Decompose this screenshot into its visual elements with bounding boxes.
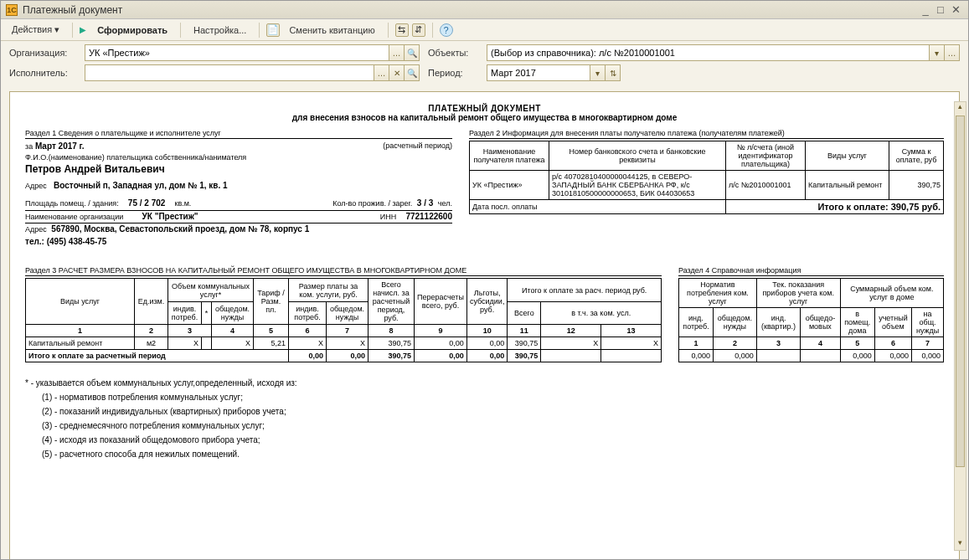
maximize-button[interactable]: □ xyxy=(933,3,948,16)
recipient-table: Наименование получателя платежа Номер ба… xyxy=(469,141,944,214)
total-to-pay: Итого к оплате: 390,75 руб. xyxy=(726,200,944,214)
play-icon: ▶ xyxy=(80,25,86,34)
toolbar: Действия ▾ ▶ Сформировать Настройка... 📄… xyxy=(1,19,968,41)
search-icon: 🔍 xyxy=(407,69,417,78)
period-input[interactable] xyxy=(487,64,590,81)
org-lookup-button[interactable]: 🔍 xyxy=(405,44,420,61)
exec-select-button[interactable]: … xyxy=(374,64,389,81)
calc-table: Виды услуг Ед.изм. Объем коммунальных ус… xyxy=(25,278,662,362)
search-icon: 🔍 xyxy=(407,49,417,58)
org-select-button[interactable]: … xyxy=(389,44,405,61)
document-preview: ПЛАТЕЖНЫЙ ДОКУМЕНТ для внесения взносов … xyxy=(9,91,960,560)
org-label: Организация: xyxy=(9,48,76,58)
exec-clear-button[interactable]: ✕ xyxy=(389,64,405,81)
section-2: Раздел 2 Информация для внесения платы п… xyxy=(469,129,944,248)
payer-address: Восточный п, Западная ул, дом № 1, кв. 1 xyxy=(54,181,227,190)
period-field: ▾ ⇅ xyxy=(487,64,621,81)
payer-fio: Петров Андрей Витальевич xyxy=(25,163,452,176)
doc-title: ПЛАТЕЖНЫЙ ДОКУМЕНТ xyxy=(25,104,944,113)
settings-button[interactable]: Настройка... xyxy=(188,23,252,38)
exec-input[interactable] xyxy=(85,64,374,81)
footnotes: * - указывается объем коммунальных услуг… xyxy=(25,376,944,461)
app-window: 1C Платежный документ _ □ ✕ Действия ▾ ▶… xyxy=(0,0,969,560)
help-icon[interactable]: ? xyxy=(440,23,453,37)
scroll-up-icon[interactable]: ▴ xyxy=(955,102,966,114)
titlebar: 1C Платежный документ _ □ ✕ xyxy=(1,1,968,19)
section-2-header: Раздел 2 Информация для внесения платы п… xyxy=(469,129,944,139)
objects-input[interactable] xyxy=(487,44,930,61)
objects-dropdown-button[interactable]: ▾ xyxy=(930,44,945,61)
section-3: Раздел 3 РАСЧЕТ РАЗМЕРА ВЗНОСОВ НА КАПИТ… xyxy=(25,266,662,362)
window-title: Платежный документ xyxy=(23,4,122,16)
period-dropdown-button[interactable]: ▾ xyxy=(590,64,606,81)
period-stepper-button[interactable]: ⇅ xyxy=(606,64,621,81)
org-field: … 🔍 xyxy=(85,44,420,61)
objects-select-button[interactable]: … xyxy=(945,44,960,61)
section-4: Раздел 4 Справочная информация Норматив … xyxy=(678,266,944,362)
objects-field: ▾ … xyxy=(487,44,960,61)
scroll-down-icon[interactable]: ▾ xyxy=(955,538,966,550)
chevron-down-icon: ▾ xyxy=(54,24,59,34)
exec-label: Исполнитель: xyxy=(9,68,76,78)
tool-icon-2[interactable]: ⇵ xyxy=(412,23,425,37)
vertical-scrollbar[interactable]: ▴ ▾ xyxy=(954,101,966,551)
exec-field: … ✕ 🔍 xyxy=(85,64,420,81)
objects-label: Объекты: xyxy=(428,48,478,58)
minimize-button[interactable]: _ xyxy=(918,3,933,16)
filter-bar: Организация: … 🔍 Объекты: ▾ … Исполнител… xyxy=(1,41,968,86)
ref-table: Норматив потребления ком. услуг Тек. пок… xyxy=(678,278,944,362)
change-receipt-button[interactable]: Сменить квитанцию xyxy=(283,23,380,38)
exec-lookup-button[interactable]: 🔍 xyxy=(405,64,420,81)
scroll-thumb[interactable] xyxy=(956,116,965,467)
doc-subtitle: для внесения взносов на капитальный ремо… xyxy=(25,113,944,122)
form-button[interactable]: Сформировать xyxy=(91,23,173,38)
receipt-icon: 📄 xyxy=(266,23,280,37)
section-3-header: Раздел 3 РАСЧЕТ РАЗМЕРА ВЗНОСОВ НА КАПИТ… xyxy=(25,266,662,276)
org-input[interactable] xyxy=(85,44,389,61)
section-1-header: Раздел 1 Сведения о плательщике и исполн… xyxy=(25,129,452,139)
actions-menu[interactable]: Действия ▾ xyxy=(6,22,65,38)
close-button[interactable]: ✕ xyxy=(948,3,963,16)
tool-icon-1[interactable]: ⇆ xyxy=(395,23,409,37)
bank-details-cell: р/с 40702810400000044125, в СЕВЕРО-ЗАПАД… xyxy=(549,171,726,200)
section-1: Раздел 1 Сведения о плательщике и исполн… xyxy=(25,129,452,248)
period-label: Период: xyxy=(428,68,478,78)
fio-caption: Ф.И.О.(наименование) плательщика собстве… xyxy=(25,153,452,162)
app-icon: 1C xyxy=(6,4,18,16)
section-4-header: Раздел 4 Справочная информация xyxy=(678,266,944,276)
